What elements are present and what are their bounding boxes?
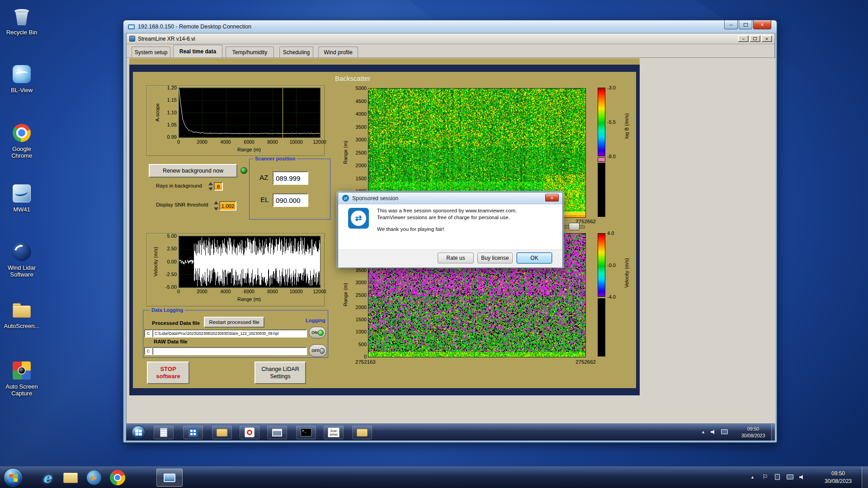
rdp-titlebar[interactable]: 192.168.0.150 - Remote Desktop Connectio… — [123, 20, 777, 33]
processed-drive-box[interactable]: C — [144, 329, 152, 338]
tick-label: 10000 — [289, 289, 302, 294]
el-value-field[interactable]: 090.000 — [273, 193, 308, 207]
processed-logging-toggle[interactable]: ON — [309, 327, 326, 338]
az-label: AZ — [259, 174, 268, 181]
tab-scheduling[interactable]: Scheduling — [279, 47, 313, 57]
tray-expand-icon[interactable]: ▲ — [750, 475, 755, 479]
desktop-icon-bl-view[interactable]: BL-View — [2, 63, 42, 94]
scan-sched-icon[interactable]: Scan sched — [324, 426, 344, 439]
tab-real-time-data[interactable]: Real time data — [173, 45, 222, 57]
tab-wind-profile[interactable]: Wind profile — [318, 47, 358, 57]
dialog-button-bar: Rate us Buy license OK — [338, 249, 562, 267]
mw41-icon — [11, 183, 33, 204]
bmap-colorbar-blank — [598, 163, 605, 217]
stop-software-button[interactable]: STOP software — [147, 361, 189, 384]
volume-icon[interactable] — [711, 429, 717, 435]
raw-drive-box[interactable]: C — [144, 347, 152, 355]
rays-value-field[interactable]: 8 — [214, 182, 223, 191]
snr-value-field[interactable]: 1.002 — [219, 201, 236, 211]
chrome-icon — [11, 122, 33, 144]
processed-data-file-label: Processed Data file — [152, 320, 200, 326]
desktop-icon-label: MW41 — [4, 206, 40, 213]
desktop-icon-mw41[interactable]: MW41 — [2, 183, 42, 213]
desktop-icon-recycle-bin[interactable]: Recycle Bin — [2, 5, 42, 36]
rdp-minimize-button[interactable]: – — [724, 20, 738, 29]
app-close-button[interactable]: × — [761, 35, 772, 42]
raw-path-field[interactable] — [152, 347, 307, 355]
app-minimize-button[interactable]: – — [738, 35, 749, 42]
remote-start-button[interactable] — [132, 426, 145, 439]
ascope-y-axis-label: A-scope — [154, 88, 160, 137]
auto-screen-capture-icon — [11, 360, 33, 381]
remote-show-desktop-button[interactable] — [771, 424, 775, 441]
slider-knob[interactable] — [569, 223, 580, 230]
remote-viewer-icon[interactable] — [183, 426, 203, 439]
start-button[interactable] — [4, 468, 23, 487]
tick-label: 0.99 — [167, 134, 177, 140]
window-icon[interactable] — [267, 426, 287, 439]
remote-clock-time: 09:50 — [736, 426, 771, 432]
rdp-close-button[interactable]: × — [753, 20, 771, 29]
desktop-icon-google-chrome[interactable]: Google Chrome — [2, 122, 42, 159]
folder-icon[interactable] — [212, 426, 232, 439]
tick-label: 3500 — [356, 124, 367, 130]
tick-label: 3000 — [356, 137, 367, 142]
tick-label: 0.00 — [167, 259, 177, 264]
dialog-titlebar[interactable]: ⇄ Sponsored session — [338, 192, 562, 204]
taskbar-ie-icon[interactable]: e — [38, 469, 56, 487]
network-icon[interactable] — [787, 474, 793, 479]
folder-icon-2[interactable] — [352, 426, 372, 439]
tick-label: 2000 — [356, 305, 367, 310]
teamviewer-icon: ⇄ — [342, 195, 349, 202]
desktop-icon-autoscreen[interactable]: AutoScreen... — [2, 299, 42, 329]
raw-logging-toggle[interactable]: OFF — [309, 344, 327, 357]
volume-icon[interactable] — [799, 474, 805, 480]
tick-label: -0.0 — [607, 263, 616, 268]
remote-clock[interactable]: 09:50 30/08/2023 — [736, 426, 771, 439]
action-center-flag-icon[interactable]: ⚐ — [762, 473, 768, 480]
dialog-close-button[interactable]: × — [545, 194, 559, 202]
show-desktop-button[interactable] — [862, 467, 868, 488]
app-titlebar[interactable]: StreamLine XR v14-6.vi — [127, 33, 774, 44]
tick-label: 4.0 — [607, 230, 614, 236]
vmap-colorbar-ticks: 4.0 -0.0 -4.0 — [607, 233, 625, 297]
taskbar-media-player-icon[interactable]: ▶ — [85, 469, 103, 487]
tab-temp-humidity[interactable]: Temp/humidity — [226, 47, 274, 57]
rdp-maximize-button[interactable] — [739, 20, 752, 29]
desktop-icon-wind-lidar[interactable]: Wind Lidar Software — [2, 241, 42, 278]
taskbar-explorer-icon[interactable] — [61, 469, 80, 487]
ascope-x-axis-label: Range (m) — [179, 147, 320, 152]
network-icon[interactable] — [721, 429, 728, 434]
tick-label: 1500 — [356, 317, 367, 322]
data-logging-group: Data Logging Processed Data file Restart… — [143, 310, 328, 358]
off-label: OFF — [311, 348, 320, 353]
tick-label: 0 — [364, 354, 367, 359]
tick-label: 2000 — [197, 139, 207, 145]
clipboard-icon[interactable] — [775, 474, 780, 480]
az-value-field[interactable]: 089.999 — [273, 171, 308, 185]
processed-path-field[interactable]: C:\Lidar\Data\Proc\2023\202308\20230830\… — [152, 329, 307, 338]
restart-processed-file-button[interactable]: Restart processed file — [204, 317, 264, 328]
taskbar-chrome-icon[interactable] — [108, 469, 127, 487]
desktop-icon-label: Auto Screen Capture — [4, 383, 40, 397]
app-restore-button[interactable] — [750, 35, 760, 42]
desktop-icon-label: AutoScreen... — [4, 323, 40, 329]
renew-background-button[interactable]: Renew background now — [149, 164, 237, 178]
ok-button[interactable]: OK — [517, 253, 552, 263]
change-lidar-settings-button[interactable]: Change LiDAR Settings — [255, 361, 306, 384]
rays-spinner[interactable] — [208, 182, 213, 191]
dialog-title: Sponsored session — [352, 195, 398, 202]
notepad-icon[interactable] — [154, 426, 174, 439]
taskbar-rdp-button[interactable] — [156, 469, 183, 487]
console-icon[interactable]: >_ — [296, 426, 316, 439]
shutdown-icon[interactable] — [240, 426, 259, 439]
tab-system-setup[interactable]: System setup — [132, 47, 170, 57]
velocity-plot-canvas — [179, 236, 321, 288]
desktop-icon-auto-screen-capture[interactable]: Auto Screen Capture — [2, 360, 42, 397]
clock[interactable]: 09:50 30/08/2023 — [816, 470, 860, 485]
tray-expand-icon[interactable]: ▲ — [701, 430, 705, 434]
buy-license-button[interactable]: Buy license — [477, 253, 513, 263]
teamviewer-logo: ⇄ — [348, 208, 369, 229]
snr-spinner[interactable] — [213, 201, 219, 211]
rate-us-button[interactable]: Rate us — [438, 253, 474, 263]
